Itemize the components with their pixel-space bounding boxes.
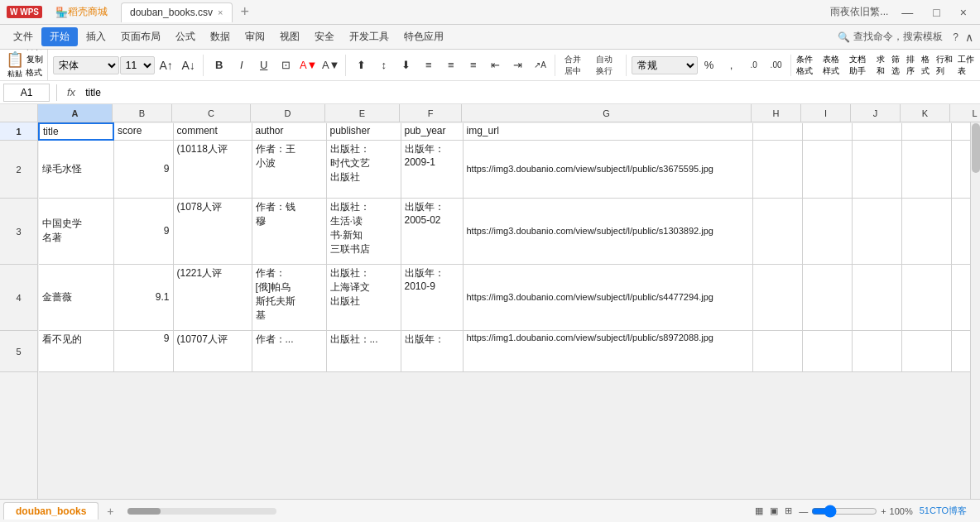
view-web-icon[interactable]: ⊞ <box>785 505 792 516</box>
cell-d3[interactable]: 作者：钱 穆 <box>252 198 326 264</box>
cell-e4[interactable]: 出版社： 上海译文 出版社 <box>326 264 401 330</box>
new-tab-button[interactable]: + <box>238 3 253 21</box>
cell-h2[interactable] <box>752 140 802 198</box>
col-header-i[interactable]: I <box>801 104 851 122</box>
col-header-a[interactable]: A <box>38 104 113 122</box>
cell-e5[interactable]: 出版社：... <box>326 330 401 371</box>
cell-k5[interactable] <box>901 330 951 371</box>
align-top-button[interactable]: ⬆ <box>351 55 372 76</box>
cell-h1[interactable] <box>752 123 802 140</box>
menu-file[interactable]: 文件 <box>7 26 40 47</box>
cell-d2[interactable]: 作者：王 小波 <box>252 140 326 198</box>
font-name-select[interactable]: 宋体 <box>53 56 119 74</box>
cell-d1[interactable]: author <box>252 123 326 140</box>
cell-d5[interactable]: 作者：... <box>252 330 326 371</box>
menu-review[interactable]: 审阅 <box>238 26 271 47</box>
col-header-d[interactable]: D <box>251 104 325 122</box>
copy-button[interactable]: 复制 <box>26 54 43 65</box>
cell-f3[interactable]: 出版年： 2005-02 <box>401 198 463 264</box>
col-header-f[interactable]: F <box>400 104 462 122</box>
cell-i5[interactable] <box>802 330 852 371</box>
cell-j5[interactable] <box>852 330 901 371</box>
increase-decimal-button[interactable]: .0 <box>743 55 765 76</box>
menu-insert[interactable]: 插入 <box>79 26 113 47</box>
col-header-l[interactable]: L <box>950 104 980 122</box>
cut-button[interactable]: 剪切 <box>26 50 43 52</box>
cell-i3[interactable] <box>802 198 852 264</box>
cell-f2[interactable]: 出版年： 2009-1 <box>401 140 463 198</box>
indent-increase-button[interactable]: ⇥ <box>507 55 529 76</box>
font-size-select[interactable]: 11 <box>120 56 155 74</box>
menu-developer[interactable]: 开发工具 <box>343 26 396 47</box>
tab-close-icon[interactable]: × <box>218 7 223 17</box>
align-center-button[interactable]: ≡ <box>440 55 462 76</box>
cell-k2[interactable] <box>901 140 951 198</box>
align-left-button[interactable]: ≡ <box>418 55 440 76</box>
cell-f4[interactable]: 出版年： 2010-9 <box>401 264 463 330</box>
cell-h3[interactable] <box>752 198 802 264</box>
cell-l2[interactable] <box>951 140 970 198</box>
percent-button[interactable]: % <box>699 55 720 76</box>
col-header-h[interactable]: H <box>752 104 801 122</box>
tab-store[interactable]: 🏪 稻壳商城 <box>47 2 116 22</box>
align-right-button[interactable]: ≡ <box>463 55 484 76</box>
col-header-j[interactable]: J <box>851 104 901 122</box>
cell-reference-input[interactable] <box>3 84 50 102</box>
cell-g4[interactable]: https://img3.doubanio.com/view/subject/l… <box>463 264 752 330</box>
cell-l3[interactable] <box>951 198 970 264</box>
cell-l1[interactable] <box>951 123 970 140</box>
vertical-scrollbar[interactable] <box>970 122 980 499</box>
row-header-5[interactable]: 5 <box>0 331 37 372</box>
cell-h5[interactable] <box>752 330 802 371</box>
cell-i4[interactable] <box>802 264 852 330</box>
format-button[interactable]: 格式 <box>921 54 933 77</box>
sum-button[interactable]: 求和 <box>877 54 888 77</box>
worksheet-button[interactable]: 工作表 <box>958 54 975 77</box>
cell-a4[interactable]: 金蔷薇 <box>39 264 113 330</box>
doc-helper-button[interactable]: 文档助手 <box>849 54 872 77</box>
row-header-2[interactable]: 2 <box>0 141 37 199</box>
bold-button[interactable]: B <box>209 55 230 76</box>
zoom-in-button[interactable]: + <box>881 506 886 516</box>
zoom-slider[interactable] <box>811 505 877 518</box>
cell-c2[interactable]: (10118人评 <box>173 140 252 198</box>
cell-b2[interactable]: 9 <box>113 140 173 198</box>
comma-button[interactable]: , <box>721 55 742 76</box>
sheet-tab-active[interactable]: douban_books <box>3 502 98 520</box>
cond-format-button[interactable]: 条件格式 <box>796 54 819 77</box>
underline-button[interactable]: U <box>253 55 275 76</box>
cell-l4[interactable] <box>951 264 970 330</box>
fill-color-button[interactable]: A▼ <box>298 55 319 76</box>
cell-a5[interactable]: 看不见的 <box>39 330 113 371</box>
cell-g3[interactable]: https://img3.doubanio.com/view/subject/l… <box>463 198 752 264</box>
row-header-4[interactable]: 4 <box>0 265 37 331</box>
scrollbar-thumb[interactable] <box>972 123 980 173</box>
cell-c1[interactable]: comment <box>173 123 252 140</box>
cell-e1[interactable]: publisher <box>326 123 401 140</box>
formula-input[interactable] <box>82 84 977 102</box>
cell-g2[interactable]: https://img3.doubanio.com/view/subject/l… <box>463 140 752 198</box>
add-sheet-button[interactable]: + <box>100 502 120 520</box>
cell-k3[interactable] <box>901 198 951 264</box>
indent-decrease-button[interactable]: ⇤ <box>485 55 507 76</box>
view-page-icon[interactable]: ▣ <box>770 505 778 516</box>
cell-a2[interactable]: 绿毛水怪 <box>39 140 113 198</box>
table-style-button[interactable]: 表格样式 <box>823 54 846 77</box>
menu-page-layout[interactable]: 页面布局 <box>114 26 167 47</box>
col-header-k[interactable]: K <box>901 104 950 122</box>
minimize-button[interactable]: — <box>895 6 920 19</box>
menu-security[interactable]: 安全 <box>308 26 341 47</box>
row-col-button[interactable]: 行和列 <box>936 54 954 77</box>
help-label[interactable]: ? <box>953 31 958 43</box>
cell-c3[interactable]: (1078人评 <box>173 198 252 264</box>
decrease-decimal-button[interactable]: .00 <box>766 55 787 76</box>
cell-f1[interactable]: pub_year <box>401 123 463 140</box>
cell-i1[interactable] <box>802 123 852 140</box>
col-header-b[interactable]: B <box>113 104 172 122</box>
cell-j2[interactable] <box>852 140 901 198</box>
cell-k4[interactable] <box>901 264 951 330</box>
align-bottom-button[interactable]: ⬇ <box>396 55 417 76</box>
menu-special[interactable]: 特色应用 <box>397 26 450 47</box>
cell-i2[interactable] <box>802 140 852 198</box>
rotate-text-button[interactable]: ↗A <box>530 55 551 76</box>
